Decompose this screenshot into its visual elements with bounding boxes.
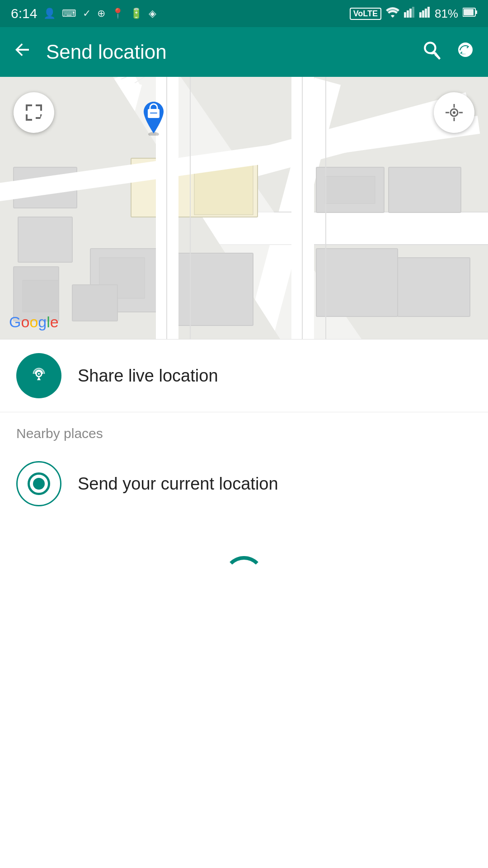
svg-rect-37: [72, 285, 117, 321]
svg-rect-26: [18, 217, 72, 262]
svg-rect-1: [407, 10, 409, 18]
map-container[interactable]: Google: [0, 77, 488, 339]
loading-container: [0, 520, 488, 633]
signal-icon: [404, 7, 415, 20]
google-branding: Google: [9, 313, 59, 331]
svg-rect-10: [464, 9, 474, 15]
check-icon: ✓: [83, 8, 91, 19]
svg-rect-36: [398, 258, 470, 316]
svg-point-55: [38, 373, 40, 375]
app-bar: Send location: [0, 27, 488, 77]
loading-spinner: [224, 556, 264, 597]
profile-icon: 👤: [43, 8, 56, 19]
share-live-location-icon-circle: [16, 353, 61, 398]
share-live-location-item[interactable]: Share live location: [0, 340, 488, 412]
my-location-button[interactable]: [434, 92, 474, 133]
svg-rect-2: [409, 9, 412, 18]
svg-rect-7: [427, 7, 430, 18]
status-bar: 6:14 👤 ⌨ ✓ ⊕ 📍 🔋 ◈ VoLTE: [0, 0, 488, 27]
battery-charging-icon: 🔋: [130, 8, 142, 19]
search-button[interactable]: [422, 40, 442, 64]
radio-inner: [28, 472, 50, 495]
location-status-icon: 📍: [112, 8, 124, 19]
map-pin: [140, 102, 167, 137]
svg-rect-3: [412, 7, 414, 18]
wifi-icon: [386, 7, 399, 20]
svg-rect-4: [419, 12, 422, 18]
page-title: Send location: [46, 41, 408, 63]
svg-rect-47: [150, 113, 157, 113]
send-current-location-item[interactable]: Send your current location: [0, 448, 488, 520]
media-icon: ◈: [149, 8, 156, 19]
status-right: VoLTE 81%: [350, 7, 477, 21]
svg-rect-28: [23, 280, 59, 312]
svg-rect-35: [316, 249, 398, 316]
map-expand-button[interactable]: [14, 92, 54, 133]
radio-dot: [33, 478, 45, 490]
battery-icon: [463, 7, 477, 20]
svg-rect-33: [325, 176, 375, 203]
svg-rect-5: [422, 10, 424, 18]
back-button[interactable]: [13, 40, 33, 64]
battery-percent: 81%: [435, 7, 458, 21]
radio-button-circle: [16, 461, 61, 506]
svg-rect-0: [404, 12, 406, 18]
status-left: 6:14 👤 ⌨ ✓ ⊕ 📍 🔋 ◈: [11, 6, 156, 21]
svg-rect-6: [425, 9, 427, 18]
at-icon: ⊕: [97, 8, 105, 19]
send-current-location-label: Send your current location: [78, 474, 278, 494]
svg-rect-9: [476, 10, 477, 14]
volte-badge: VoLTE: [350, 8, 381, 20]
svg-point-49: [453, 111, 455, 114]
share-live-location-label: Share live location: [78, 366, 218, 386]
signal2-icon: [419, 7, 430, 20]
status-time: 6:14: [11, 6, 37, 21]
nearby-places-header: Nearby places: [0, 412, 488, 448]
svg-rect-31: [172, 253, 253, 326]
svg-rect-34: [389, 167, 461, 212]
list-section: Share live location Nearby places Send y…: [0, 339, 488, 633]
keyboard-icon: ⌨: [62, 8, 76, 19]
refresh-button[interactable]: [455, 40, 475, 64]
